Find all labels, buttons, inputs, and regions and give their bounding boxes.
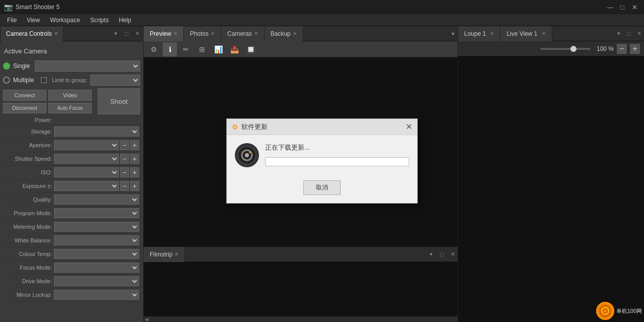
update-dialog-overlay: ⚙ 软件更新 ✕ 正在下载更新... 取消: [0, 0, 644, 322]
cancel-update-button[interactable]: 取消: [303, 180, 341, 195]
dialog-title-bar: ⚙ 软件更新 ✕: [227, 119, 417, 135]
dialog-footer: 取消: [227, 175, 417, 203]
progress-bar-background: [265, 157, 409, 166]
dialog-status: 正在下载更新...: [265, 143, 409, 152]
svg-point-2: [245, 153, 249, 157]
svg-point-3: [249, 151, 251, 153]
dialog-content: 正在下载更新...: [265, 143, 409, 166]
dialog-title-icon: ⚙: [232, 123, 238, 131]
dialog-title-text: 软件更新: [241, 122, 268, 132]
update-dialog: ⚙ 软件更新 ✕ 正在下载更新... 取消: [226, 118, 418, 204]
app-logo-svg: [237, 145, 257, 165]
dialog-body: 正在下载更新...: [227, 135, 417, 175]
dialog-title: ⚙ 软件更新: [232, 122, 268, 132]
dialog-app-icon: [235, 143, 259, 167]
dialog-close-button[interactable]: ✕: [406, 122, 412, 132]
